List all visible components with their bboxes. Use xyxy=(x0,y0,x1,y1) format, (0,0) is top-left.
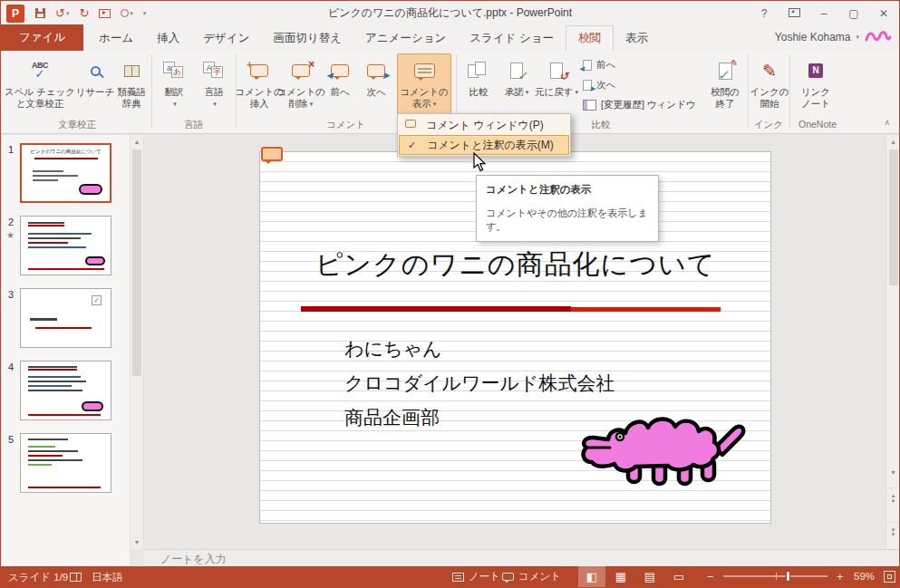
reading-view-button[interactable]: ▤ xyxy=(636,566,663,587)
accept-button[interactable]: ✓ 承諾▾ xyxy=(498,53,536,115)
undo-button[interactable]: ↺▾ xyxy=(55,7,69,19)
touch-mode-button[interactable]: ▾ xyxy=(121,9,133,17)
accept-icon: ✓ xyxy=(510,56,523,85)
tab-transitions[interactable]: 画面切り替え xyxy=(261,26,353,51)
thumbnail-preview[interactable] xyxy=(20,361,111,420)
tooltip: コメントと注釈の表示 コメントやその他の注釈を表示します。 xyxy=(476,175,659,242)
chevron-down-icon: ▾ xyxy=(310,98,314,110)
help-button[interactable]: ? xyxy=(752,7,776,20)
ribbon-display-options-button[interactable] xyxy=(782,7,806,20)
zoom-slider[interactable] xyxy=(723,575,827,577)
zoom-slider-thumb[interactable] xyxy=(786,571,790,582)
start-slideshow-button[interactable] xyxy=(99,9,111,18)
slideshow-view-button[interactable]: ▭ xyxy=(665,566,692,587)
tab-home[interactable]: ホーム xyxy=(87,26,145,51)
end-review-button[interactable]: ✓✎ 校閲の 終了 xyxy=(704,53,746,115)
notes-toggle-button[interactable]: ノート xyxy=(449,566,504,587)
start-inking-button[interactable]: ✎ インクの 開始 xyxy=(751,53,788,115)
chevron-down-icon: ▾ xyxy=(576,86,579,98)
tab-file[interactable]: ファイル xyxy=(1,24,83,51)
quick-access-toolbar: ↺▾ ↻ ▾ ▾ xyxy=(35,7,146,19)
thumbnail-number: 3 xyxy=(8,289,14,300)
thumbnail-preview[interactable]: ピンクのワニの商品化について xyxy=(20,143,111,203)
previous-change-icon: ◀ xyxy=(583,60,592,71)
close-button[interactable]: ✕ xyxy=(872,7,895,20)
delete-comment-button[interactable]: × コメントの 削除▾ xyxy=(280,53,322,115)
scroll-up-icon[interactable]: ▴ xyxy=(886,138,900,146)
undo-icon: ↺ xyxy=(55,7,65,19)
tab-review[interactable]: 校閲 xyxy=(566,25,614,51)
comment-indicator-icon[interactable] xyxy=(261,147,283,161)
save-button[interactable] xyxy=(35,8,45,18)
show-comments-button[interactable]: コメントの 表示▾ xyxy=(397,53,451,115)
preview-shape xyxy=(28,439,68,440)
collapse-ribbon-button[interactable]: ∧ xyxy=(884,118,890,127)
comment-pane-icon xyxy=(405,120,416,128)
linked-notes-button[interactable]: N リンク ノート xyxy=(793,53,838,115)
research-button[interactable]: リサーチ xyxy=(77,53,113,115)
tab-design[interactable]: デザイン xyxy=(191,26,261,51)
revisions-pane-button[interactable]: [変更履歴] ウィンドウ xyxy=(579,95,701,114)
customize-qat-button[interactable]: ▾ xyxy=(143,10,147,16)
next-slide-button[interactable]: ▾▾ xyxy=(886,522,900,549)
button-label: 前へ xyxy=(596,59,615,72)
group-label-language: 言語 xyxy=(151,119,236,131)
language-status-button[interactable]: 日本語 xyxy=(92,571,123,584)
fit-slide-to-window-button[interactable] xyxy=(884,571,895,583)
preview-check-icon: ✓ xyxy=(92,295,102,305)
normal-view-button[interactable]: ◧ xyxy=(578,566,605,587)
account-menu[interactable]: Yoshie Kohama ▾ xyxy=(775,30,892,43)
scroll-down-icon[interactable]: ▾ xyxy=(131,538,143,546)
thumbnail-preview[interactable] xyxy=(20,433,111,493)
new-comment-button[interactable]: + コメントの 挿入 xyxy=(238,53,280,115)
tab-insert[interactable]: 挿入 xyxy=(145,26,191,51)
next-comment-button[interactable]: ▶ 次へ xyxy=(358,53,394,115)
thesaurus-button[interactable]: 類義語 辞典 xyxy=(113,53,150,115)
thumbnail-preview[interactable] xyxy=(20,216,111,275)
slide-title-text[interactable]: ピンクのワニの商品化について xyxy=(260,246,770,284)
scroll-up-icon[interactable]: ▴ xyxy=(131,138,143,146)
check-icon: ✓ xyxy=(518,70,527,82)
preview-shape xyxy=(28,446,55,448)
tab-view[interactable]: 表示 xyxy=(614,26,660,51)
pink-crocodile-drawing[interactable] xyxy=(579,408,751,496)
next-change-button[interactable]: ▶ 次へ xyxy=(579,75,701,94)
button-label: 次へ xyxy=(366,86,385,98)
slide-scrollbar[interactable]: ▴ ▾ ▴▴ ▾▾ xyxy=(885,135,900,549)
reject-button[interactable]: ↺ 元に戻す▾ xyxy=(536,53,577,115)
comments-toggle-button[interactable]: コメント xyxy=(498,566,565,587)
notes-pane[interactable]: ノートを入力 xyxy=(144,549,900,568)
powerpoint-app-icon[interactable]: P xyxy=(6,5,24,23)
previous-comment-button[interactable]: ◀ 前へ xyxy=(322,53,358,115)
translate-button[interactable]: aあ 翻訳 ▾ xyxy=(155,53,193,115)
tab-slideshow[interactable]: スライド ショー xyxy=(458,26,566,51)
scrollbar-thumb[interactable] xyxy=(132,149,141,376)
onenote-icon: N xyxy=(808,56,823,85)
tab-animations[interactable]: アニメーション xyxy=(353,26,458,51)
zoom-in-button[interactable]: + xyxy=(837,570,844,583)
repeat-button[interactable]: ↻ xyxy=(79,7,89,19)
spellcheck-status-button[interactable] xyxy=(70,572,82,584)
chevron-down-icon: ▾ xyxy=(526,86,529,98)
preview-shape xyxy=(28,390,82,391)
scroll-down-icon[interactable]: ▾ xyxy=(886,468,900,477)
language-button[interactable]: A字 言語 ▾ xyxy=(195,53,233,115)
previous-change-button[interactable]: ◀ 前へ xyxy=(579,55,701,74)
button-label: と文章校正 xyxy=(16,98,64,110)
zoom-percentage[interactable]: 59% xyxy=(854,571,875,582)
notes-icon xyxy=(452,573,464,582)
scrollbar-thumb[interactable] xyxy=(889,149,898,285)
zoom-out-button[interactable]: − xyxy=(707,570,714,583)
menu-item-comment-window[interactable]: コメント ウィンドウ(P) xyxy=(399,115,569,135)
slide-sorter-view-button[interactable]: ▦ xyxy=(607,566,634,587)
minimize-button[interactable]: – xyxy=(812,7,836,20)
ribbon-display-icon xyxy=(789,8,800,17)
thumbnail-scrollbar[interactable]: ▴ ▾ xyxy=(130,135,144,549)
translate-icon: aあ xyxy=(163,56,185,85)
previous-slide-button[interactable]: ▴▴ xyxy=(886,487,900,515)
spelling-grammar-button[interactable]: ABC✓ スペル チェック と文章校正 xyxy=(5,53,75,115)
thumbnail-preview[interactable]: ✓ xyxy=(20,288,111,348)
slide-body-text[interactable]: わにちゃん クロコダイルワールド株式会社 商品企画部 xyxy=(344,332,615,435)
maximize-button[interactable]: ▢ xyxy=(842,7,866,20)
compare-button[interactable]: 比較 xyxy=(460,53,498,115)
